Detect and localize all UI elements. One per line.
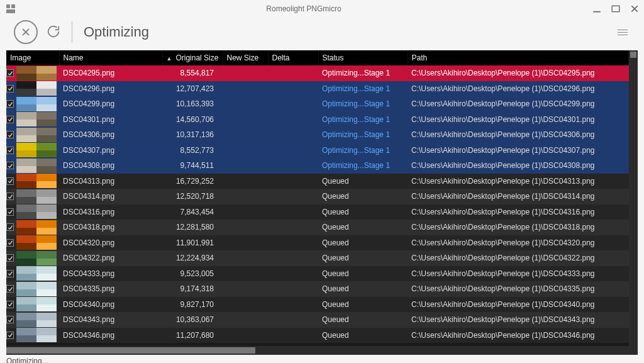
svg-rect-49	[16, 220, 36, 228]
vertical-scrollbar[interactable]	[629, 50, 638, 346]
column-header-image[interactable]: Image	[6, 50, 59, 65]
table-row[interactable]: DSC04320.png 11,901,991 Queued C:\Users\…	[6, 235, 629, 251]
cell-path: C:\Users\Akihiro\Desktop\Penelope (1)\DS…	[408, 127, 629, 143]
svg-rect-65	[16, 282, 36, 289]
column-header-original-size[interactable]: ▲Original Size	[162, 50, 223, 65]
svg-rect-30	[36, 143, 57, 150]
cell-delta	[268, 96, 318, 112]
cell-name: DSC04313.png	[59, 174, 162, 189]
table-row[interactable]: DSC04308.png 9,744,511 Optimizing...Stag…	[6, 158, 629, 174]
horizontal-scrollbar-thumb[interactable]	[6, 347, 255, 354]
table-row[interactable]: DSC04346.png 11,207,680 Queued C:\Users\…	[6, 328, 629, 343]
column-header-new-size[interactable]: New Size	[223, 50, 268, 65]
row-checkbox[interactable]	[6, 193, 14, 200]
column-header-status[interactable]: Status	[318, 50, 408, 65]
table-row[interactable]: DSC04306.png 10,317,136 Optimizing...Sta…	[6, 127, 629, 143]
table-row[interactable]: DSC04301.png 14,560,706 Optimizing...Sta…	[6, 112, 629, 128]
table-row[interactable]: DSC04296.png 12,707,423 Optimizing...Sta…	[6, 81, 629, 97]
svg-rect-70	[36, 297, 57, 304]
svg-rect-56	[36, 243, 57, 250]
cell-path: C:\Users\Akihiro\Desktop\Penelope (1)\DS…	[408, 189, 629, 204]
table-row[interactable]: DSC04340.png 9,827,170 Queued C:\Users\A…	[6, 297, 629, 313]
table-row[interactable]: DSC04322.png 12,224,934 Queued C:\Users\…	[6, 250, 629, 266]
thumbnail	[16, 297, 58, 311]
svg-rect-77	[16, 328, 36, 335]
table-row[interactable]: DSC04333.png 9,523,005 Queued C:\Users\A…	[6, 266, 629, 282]
column-header-delta[interactable]: Delta	[268, 50, 318, 65]
svg-rect-41	[16, 189, 36, 197]
row-checkbox[interactable]	[6, 316, 14, 323]
column-header-row: Image Name ▲Original Size New Size Delta…	[6, 50, 629, 65]
table-row[interactable]: DSC04314.png 12,520,718 Queued C:\Users\…	[6, 189, 629, 204]
maximize-button[interactable]	[611, 4, 620, 13]
column-header-path[interactable]: Path	[408, 50, 629, 65]
thumbnail	[16, 81, 58, 96]
row-checkbox[interactable]	[6, 177, 14, 185]
row-checkbox[interactable]	[6, 100, 14, 108]
svg-rect-40	[36, 181, 57, 188]
cell-name: DSC04343.png	[59, 312, 162, 328]
cell-new-size	[223, 312, 268, 328]
row-checkbox[interactable]	[6, 239, 14, 247]
svg-rect-27	[16, 135, 36, 142]
svg-rect-44	[36, 197, 57, 204]
cell-status: Queued	[318, 189, 408, 204]
row-checkbox[interactable]	[6, 208, 14, 216]
svg-rect-61	[16, 266, 36, 274]
table-row[interactable]: DSC04316.png 7,843,454 Queued C:\Users\A…	[6, 204, 629, 220]
row-checkbox[interactable]	[6, 332, 14, 339]
table-row[interactable]: DSC04343.png 10,363,067 Queued C:\Users\…	[6, 312, 629, 328]
svg-rect-19	[16, 104, 36, 111]
row-checkbox[interactable]	[6, 254, 14, 262]
vertical-scrollbar-thumb[interactable]	[630, 52, 636, 58]
row-checkbox[interactable]	[6, 285, 14, 293]
table-row[interactable]: DSC04318.png 12,281,580 Queued C:\Users\…	[6, 220, 629, 235]
svg-rect-42	[36, 189, 57, 197]
thumbnail	[16, 251, 58, 265]
table-row[interactable]: DSC04313.png 16,729,252 Queued C:\Users\…	[6, 174, 629, 189]
row-checkbox[interactable]	[6, 69, 14, 77]
cell-name: DSC04346.png	[59, 328, 162, 343]
row-checkbox[interactable]	[6, 223, 14, 231]
row-checkbox[interactable]	[6, 85, 14, 92]
cell-path: C:\Users\Akihiro\Desktop\Penelope (1)\DS…	[408, 312, 629, 328]
table-row[interactable]: DSC04335.png 9,174,318 Queued C:\Users\A…	[6, 281, 629, 297]
cell-new-size	[223, 127, 268, 143]
svg-rect-15	[16, 89, 36, 96]
svg-rect-24	[36, 120, 57, 126]
row-checkbox[interactable]	[6, 270, 14, 277]
close-button[interactable]	[630, 4, 639, 13]
refresh-button[interactable]	[47, 25, 60, 40]
cell-new-size	[223, 96, 268, 112]
svg-rect-47	[16, 212, 36, 219]
menu-button[interactable]	[618, 30, 628, 35]
status-text: Optimizing...	[6, 357, 48, 363]
row-checkbox[interactable]	[6, 162, 14, 169]
page-title: Optimizing	[84, 24, 149, 40]
minimize-button[interactable]	[592, 4, 601, 13]
table-row[interactable]: DSC04307.png 8,552,773 Optimizing...Stag…	[6, 143, 629, 159]
row-checkbox[interactable]	[6, 301, 14, 308]
svg-rect-54	[36, 235, 57, 243]
cell-original-size: 12,224,934	[162, 250, 223, 266]
cell-path: C:\Users\Akihiro\Desktop\Penelope (1)\DS…	[408, 158, 629, 174]
thumbnail	[16, 66, 58, 81]
cancel-button[interactable]	[14, 20, 38, 44]
row-checkbox[interactable]	[6, 131, 14, 138]
column-header-name[interactable]: Name	[59, 50, 162, 65]
svg-rect-63	[16, 274, 36, 281]
svg-rect-74	[36, 313, 57, 320]
row-checkbox[interactable]	[6, 147, 14, 154]
svg-rect-46	[36, 204, 57, 212]
cell-original-size: 11,207,680	[162, 328, 223, 343]
svg-rect-37	[16, 174, 36, 181]
cell-status: Queued	[318, 312, 408, 328]
table-row[interactable]: DSC04299.png 10,163,393 Optimizing...Sta…	[6, 96, 629, 112]
table-row[interactable]: DSC04295.png 8,554,817 Optimizing...Stag…	[6, 65, 629, 81]
horizontal-scrollbar[interactable]	[6, 346, 638, 355]
row-checkbox[interactable]	[6, 116, 14, 123]
cell-status: Optimizing...Stage 1	[318, 158, 408, 174]
cell-name: DSC04340.png	[59, 297, 162, 313]
cell-new-size	[223, 81, 268, 97]
cell-delta	[268, 220, 318, 235]
